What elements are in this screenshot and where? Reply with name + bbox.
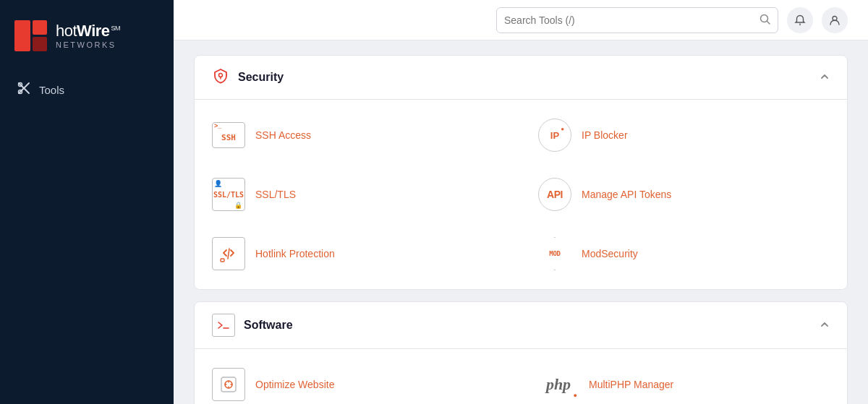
- php-manager-icon: php ●: [538, 370, 579, 399]
- security-section: Security >_ SSH SSH Access: [194, 55, 848, 290]
- tool-manage-api-tokens[interactable]: API Manage API Tokens: [521, 165, 847, 224]
- tool-modsecurity[interactable]: MOD ModSecurity: [521, 224, 847, 283]
- optimize-icon: [212, 368, 245, 401]
- security-tools-grid: >_ SSH SSH Access ● IP IP Blocker: [195, 100, 847, 289]
- section-header-left: Security: [212, 67, 284, 87]
- ip-blocker-label[interactable]: IP Blocker: [582, 129, 628, 141]
- modsecurity-label[interactable]: ModSecurity: [582, 248, 638, 259]
- tools-icon: [17, 82, 30, 98]
- php-manager-sub: ●: [574, 392, 577, 399]
- sidebar-nav: Tools: [0, 66, 174, 113]
- sidebar-item-tools[interactable]: Tools: [0, 73, 174, 106]
- software-tools-grid: Optimize Website php ● MultiPHP Manager …: [195, 349, 847, 404]
- security-icon: [212, 67, 229, 87]
- search-input[interactable]: [504, 14, 760, 26]
- software-chevron-icon: [820, 319, 830, 332]
- logo-square-1: [14, 20, 30, 51]
- tool-ip-blocker[interactable]: ● IP IP Blocker: [521, 106, 847, 165]
- search-wrap: [496, 7, 778, 33]
- ssl-tls-label[interactable]: SSL/TLS: [255, 189, 296, 200]
- security-section-header[interactable]: Security: [195, 56, 847, 100]
- api-tokens-icon: API: [538, 178, 571, 211]
- search-icon: [760, 14, 770, 27]
- svg-rect-13: [221, 377, 236, 392]
- ssh-icon: >_ SSH: [212, 122, 245, 148]
- logo-square-2: [33, 20, 47, 35]
- software-icon: [212, 314, 235, 337]
- user-button[interactable]: [822, 7, 848, 33]
- ssl-icon: 👤 SSL/TLS 🔒: [212, 178, 245, 211]
- modsecurity-icon: MOD: [538, 237, 571, 270]
- ip-blocker-icon: ● IP: [538, 119, 571, 152]
- software-section-header-left: Software: [212, 314, 293, 337]
- tool-optimize-website[interactable]: Optimize Website: [195, 355, 521, 404]
- tool-ssl-tls[interactable]: 👤 SSL/TLS 🔒 SSL/TLS: [195, 165, 521, 224]
- ssh-access-label[interactable]: SSH Access: [255, 129, 311, 141]
- logo-square-3: [33, 37, 47, 51]
- svg-rect-11: [221, 259, 224, 262]
- brand-text: hotWire SM NETWORKS: [56, 22, 120, 48]
- brand-tagline: NETWORKS: [56, 40, 120, 49]
- svg-line-10: [228, 249, 229, 259]
- tool-multiphp-manager[interactable]: php ● MultiPHP Manager: [521, 355, 847, 404]
- logo-squares: [14, 20, 47, 51]
- security-title: Security: [238, 71, 284, 84]
- svg-line-5: [767, 21, 770, 24]
- top-header: [174, 0, 868, 40]
- sidebar-item-tools-label: Tools: [39, 84, 64, 96]
- hotlink-protection-label[interactable]: Hotlink Protection: [255, 248, 335, 259]
- logo-area: hotWire SM NETWORKS: [0, 0, 174, 66]
- sidebar: hotWire SM NETWORKS Tools: [0, 0, 174, 404]
- security-chevron-icon: [820, 72, 830, 84]
- hotlink-icon: [212, 237, 245, 270]
- software-section: Software: [194, 301, 848, 404]
- tool-hotlink-protection[interactable]: Hotlink Protection: [195, 224, 521, 283]
- multiphp-manager-label[interactable]: MultiPHP Manager: [589, 379, 673, 390]
- software-section-header[interactable]: Software: [195, 302, 847, 349]
- content-area: Security >_ SSH SSH Access: [174, 40, 868, 404]
- notifications-button[interactable]: [787, 7, 813, 33]
- software-title: Software: [244, 319, 293, 332]
- brand-name: hotWire SM: [56, 22, 120, 40]
- optimize-website-label[interactable]: Optimize Website: [255, 379, 334, 390]
- tool-ssh-access[interactable]: >_ SSH SSH Access: [195, 106, 521, 165]
- main-content: Security >_ SSH SSH Access: [174, 0, 868, 404]
- api-tokens-label[interactable]: Manage API Tokens: [582, 189, 671, 200]
